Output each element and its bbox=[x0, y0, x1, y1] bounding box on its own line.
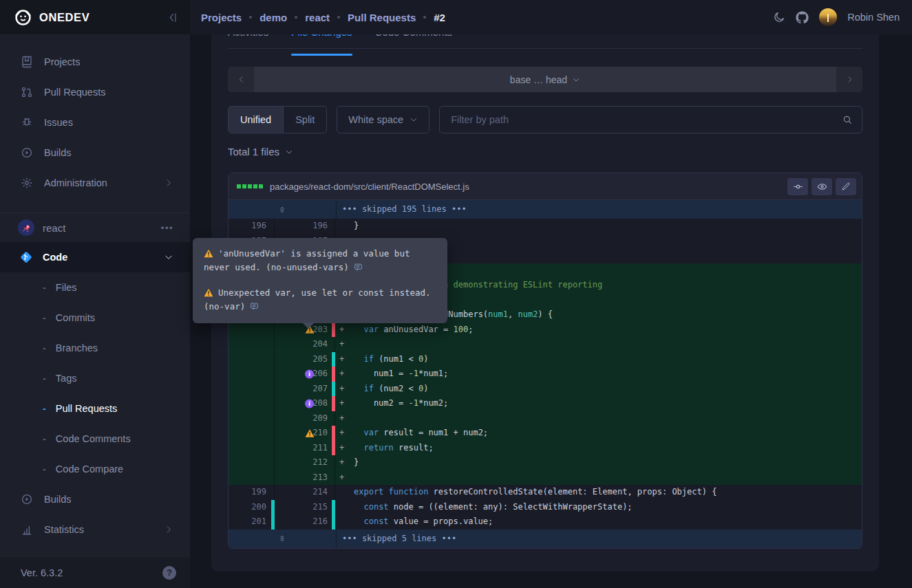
breadcrumb-item-projects[interactable]: Projects bbox=[201, 12, 242, 23]
old-line-number[interactable] bbox=[229, 352, 275, 367]
sidebar-group-code[interactable]: Code bbox=[0, 242, 190, 272]
old-line-number[interactable] bbox=[229, 396, 275, 411]
commit-range-selector[interactable]: base … head bbox=[254, 67, 836, 92]
code-content: return result; bbox=[348, 441, 862, 456]
old-line-number[interactable] bbox=[229, 455, 275, 470]
edit-file-button[interactable] bbox=[836, 178, 856, 195]
sidebar-item-builds[interactable]: Builds bbox=[0, 484, 190, 514]
new-line-number[interactable]: 196 bbox=[275, 219, 335, 234]
add-comment-icon[interactable] bbox=[250, 302, 259, 311]
sidebar-item-code-compare[interactable]: -Code Compare bbox=[0, 454, 190, 484]
sidebar-item-commits[interactable]: -Commits bbox=[0, 303, 190, 333]
diff-row-204: 204+ bbox=[229, 337, 862, 352]
sidebar-item-files[interactable]: -Files bbox=[0, 272, 190, 303]
sidebar-item-administration[interactable]: Administration bbox=[0, 168, 190, 198]
expand-lines-icon[interactable] bbox=[229, 530, 337, 548]
sidebar-item-pull-requests[interactable]: -Pull Requests bbox=[0, 393, 190, 424]
added-stat-square bbox=[242, 184, 246, 188]
app-title[interactable]: ONEDEV bbox=[39, 11, 89, 24]
new-line-number[interactable]: 211 bbox=[275, 441, 335, 456]
filter-path-input[interactable] bbox=[440, 114, 833, 125]
add-comment-icon[interactable] bbox=[354, 263, 363, 272]
sidebar-item-tags[interactable]: -Tags bbox=[0, 363, 190, 393]
range-next-button[interactable] bbox=[836, 67, 862, 92]
search-icon[interactable] bbox=[833, 107, 862, 133]
diff-sign: + bbox=[335, 470, 348, 486]
old-line-number[interactable]: 196 bbox=[229, 219, 275, 234]
new-line-number[interactable]: 216 bbox=[275, 514, 335, 530]
sidebar-item-pull-requests[interactable]: Pull Requests bbox=[0, 77, 190, 107]
view-mode-toggle: UnifiedSplit bbox=[228, 106, 327, 133]
sidebar-item-issues[interactable]: Issues bbox=[0, 107, 190, 138]
old-line-number[interactable]: 199 bbox=[229, 485, 275, 500]
new-line-number[interactable]: 213 bbox=[275, 470, 335, 486]
info-icon[interactable]: i bbox=[305, 399, 314, 408]
sidebar-item-builds[interactable]: Builds bbox=[0, 138, 190, 168]
info-icon[interactable]: i bbox=[305, 369, 314, 378]
old-line-number[interactable] bbox=[229, 337, 275, 352]
sidebar-item-projects[interactable]: Projects bbox=[0, 47, 190, 77]
sidebar-item-label: Statistics bbox=[44, 524, 84, 535]
new-line-number[interactable]: 206i bbox=[275, 367, 335, 382]
sidebar-item-branches[interactable]: -Branches bbox=[0, 333, 190, 363]
file-path[interactable]: packages/react-dom/src/client/ReactDOMSe… bbox=[270, 182, 469, 192]
user-name[interactable]: Robin Shen bbox=[847, 12, 900, 23]
sidebar-item-label: Commits bbox=[56, 312, 95, 323]
breadcrumb-item-demo[interactable]: demo bbox=[259, 12, 287, 23]
old-line-number[interactable] bbox=[229, 426, 275, 441]
unified-view-button[interactable]: Unified bbox=[229, 107, 284, 133]
diff-row-214: 199214export function restoreControlledS… bbox=[229, 485, 862, 500]
project-name: react bbox=[43, 222, 65, 234]
sidebar-collapse-icon[interactable] bbox=[166, 11, 179, 24]
old-line-number[interactable] bbox=[229, 470, 275, 486]
diff-row-215: 200215 const node = ((element: any): Sel… bbox=[229, 500, 862, 515]
view-file-button[interactable] bbox=[812, 178, 832, 195]
total-files-label: Total 1 files bbox=[228, 146, 279, 157]
new-line-number[interactable]: 209 bbox=[275, 411, 335, 426]
sidebar-item-label: Tags bbox=[56, 373, 77, 384]
split-view-button[interactable]: Split bbox=[284, 107, 326, 133]
dark-mode-moon-icon[interactable] bbox=[773, 11, 785, 23]
whitespace-label: White space bbox=[348, 114, 403, 125]
old-line-number[interactable]: 200 bbox=[229, 500, 275, 515]
top-bar: ONEDEV ProjectsdemoreactPull Requests#2 … bbox=[0, 0, 912, 34]
onedev-logo-icon[interactable] bbox=[14, 8, 32, 27]
sidebar-item-code-comments[interactable]: -Code Comments bbox=[0, 424, 190, 454]
new-line-number[interactable]: 214 bbox=[275, 485, 335, 500]
commit-history-button[interactable] bbox=[787, 178, 808, 195]
diff-sign: + bbox=[335, 426, 348, 441]
new-line-number[interactable]: 207 bbox=[275, 382, 335, 397]
whitespace-dropdown[interactable]: White space bbox=[337, 106, 430, 133]
diff-sign: + bbox=[335, 337, 348, 352]
new-line-number[interactable]: 208i bbox=[275, 396, 335, 411]
new-line-number[interactable]: 204 bbox=[275, 337, 335, 352]
avatar[interactable] bbox=[819, 8, 837, 26]
version-label: Ver. 6.3.2 bbox=[21, 567, 63, 578]
project-more-icon[interactable]: ••• bbox=[161, 223, 173, 233]
breadcrumb-item-react[interactable]: react bbox=[305, 12, 330, 23]
new-line-number[interactable]: 212 bbox=[275, 455, 335, 470]
breadcrumb-item-pull-requests[interactable]: Pull Requests bbox=[348, 12, 416, 23]
sidebar-item-statistics[interactable]: Statistics bbox=[0, 514, 190, 545]
diff-sign: + bbox=[335, 382, 348, 397]
github-icon[interactable] bbox=[796, 11, 809, 24]
file-diff-panel: packages/react-dom/src/client/ReactDOMSe… bbox=[228, 173, 862, 549]
diff-sign bbox=[335, 514, 348, 530]
help-icon[interactable]: ? bbox=[162, 566, 176, 580]
old-line-number[interactable] bbox=[229, 382, 275, 397]
breadcrumb-item--2[interactable]: #2 bbox=[434, 12, 445, 23]
old-line-number[interactable] bbox=[229, 411, 275, 426]
new-line-number[interactable]: 210 bbox=[275, 426, 335, 441]
new-line-number[interactable]: 215 bbox=[275, 500, 335, 515]
breadcrumb-separator bbox=[423, 16, 426, 19]
total-files-toggle[interactable]: Total 1 files bbox=[228, 146, 293, 157]
warning-icon[interactable] bbox=[305, 428, 315, 437]
old-line-number[interactable]: 201 bbox=[229, 514, 275, 530]
old-line-number[interactable] bbox=[229, 323, 275, 338]
sidebar-project-react[interactable]: react••• bbox=[0, 213, 190, 242]
old-line-number[interactable] bbox=[229, 441, 275, 456]
range-prev-button[interactable] bbox=[228, 67, 254, 92]
new-line-number[interactable]: 205 bbox=[275, 352, 335, 367]
old-line-number[interactable] bbox=[229, 367, 275, 382]
expand-lines-icon[interactable] bbox=[229, 200, 337, 219]
